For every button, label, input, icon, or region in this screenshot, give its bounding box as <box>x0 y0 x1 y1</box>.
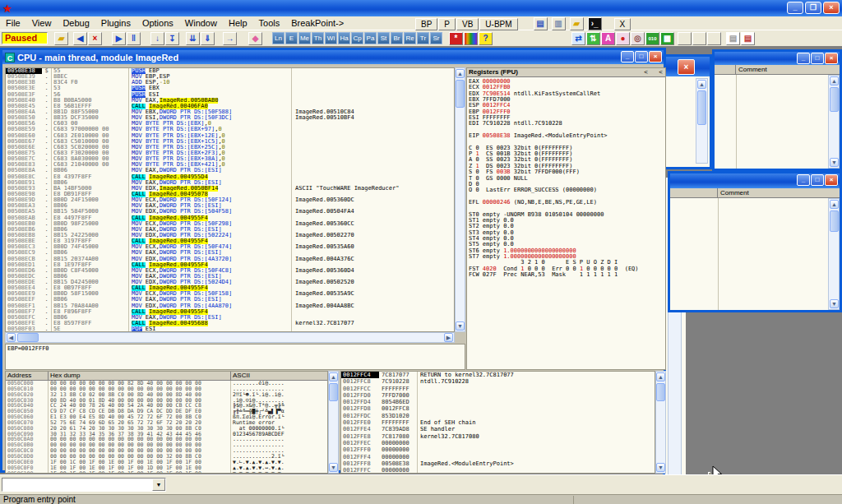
dump-pane[interactable]: Address Hex dump ASCII 0050C00000 00 00 … <box>5 371 328 474</box>
menu-item-window[interactable]: Window <box>179 17 223 29</box>
go-to-address-icon[interactable]: ◆ <box>248 32 262 45</box>
stack-row[interactable]: 0012FFDC853D1020 <box>341 413 655 419</box>
stack-row[interactable]: 0012FFD48054B6ED <box>341 399 655 405</box>
appearance-icon[interactable] <box>464 32 478 45</box>
menu-toolbar-close-button[interactable]: X <box>614 18 632 30</box>
disasm-row[interactable]: 00508EFE.E8 8597F8FFCALL ImageRed.004956… <box>6 321 454 326</box>
animate-into-icon[interactable]: ⇊ <box>186 32 200 45</box>
debug-options-icon[interactable]: * <box>449 32 463 45</box>
disasm-row[interactable]: 00508E98.E8 DB91F8FFCALL ImageRed.004950… <box>6 192 454 197</box>
assembler-icon[interactable]: A <box>601 32 615 45</box>
menu-toolbar-button-p[interactable]: P <box>438 18 456 30</box>
register-line[interactable]: FCW 027F Prec NEAR,53 Mask 1 1 1 1 1 1 <box>469 272 665 278</box>
disasm-row[interactable]: 00508E56.C603 00MOV BYTE PTR DS:[EBX],0 <box>6 121 454 127</box>
stack-row[interactable]: 0012FFD07FFD7000 <box>341 392 655 399</box>
disasm-row[interactable]: 00508EF1.8B15 70A84A00MOV EDX,DWORD PTR … <box>6 303 454 309</box>
scroll-down-icon[interactable]: ▼ <box>830 299 839 308</box>
disasm-row[interactable]: 00508E93.BA 14BF5000MOV EDX,ImageRed.005… <box>6 186 454 192</box>
disasm-row[interactable]: 00508EBE.E8 3197F8FFCALL ImageRed.004955… <box>6 238 454 244</box>
dump-row[interactable]: 0050C1001F 00 1F 00 1F 00 1F 00 1F 00 1F… <box>6 471 327 474</box>
disasm-row[interactable]: 00508E6E.C683 5C020000 00MOV BYTE PTR DS… <box>6 145 454 150</box>
background-window-top[interactable]: × ▲ <box>664 54 712 169</box>
stack-row[interactable]: 0012FFCCFFFFFFFF <box>341 386 655 392</box>
disasm-row[interactable]: 00508EE9.8B0D 58F15000MOV ECX,DWORD PTR … <box>6 291 454 297</box>
scroll-up-icon[interactable]: ▲ <box>656 372 665 381</box>
help-icon[interactable]: ? <box>479 32 493 45</box>
disassembly-pane[interactable]: 00508E38$55PUSH EBP00508E39.8BECMOV EBP,… <box>5 67 455 332</box>
stack-row[interactable]: 0012FFEC00000000 <box>341 440 655 446</box>
register-line[interactable]: T 0 GS 0000 NULL <box>469 176 665 182</box>
disasm-row[interactable]: 00508EFC.8B06MOV EAX,DWORD PTR DS:[ESI] <box>6 315 454 321</box>
scroll-thumb[interactable] <box>456 80 465 108</box>
disasm-row[interactable]: 00508EF7.E8 F896F8FFCALL ImageRed.004955… <box>6 309 454 315</box>
close-icon[interactable]: × <box>649 51 662 62</box>
disasm-row[interactable]: 00508EDC.8B06MOV EAX,DWORD PTR DS:[ESI] <box>6 274 454 280</box>
info-pane[interactable]: EBP=0012FFF0 <box>5 344 465 370</box>
command-combobox[interactable]: ▼ <box>2 478 166 492</box>
menu-item-tools[interactable]: Tools <box>253 17 286 29</box>
step-over-icon[interactable]: ↧ <box>165 32 179 45</box>
disasm-row[interactable]: 00508ECB.8B15 20374A00MOV EDX,DWORD PTR … <box>6 257 454 262</box>
comment-window-middle-scrollbar[interactable]: ▲ ▼ <box>828 198 840 310</box>
disasm-row[interactable]: 00508E3E.53PUSH EBX <box>6 86 454 91</box>
disasm-row[interactable]: 00508E45.E8 56B1EFFFCALL ImageRed.00406F… <box>6 104 454 109</box>
record-icon[interactable]: ● <box>616 32 630 45</box>
toolbar-pane-button-th[interactable]: Th <box>312 32 324 44</box>
toolbar-pane-button-me[interactable]: Me <box>298 32 311 44</box>
dump-row[interactable]: 0050C0D000 00 00 00 00 00 00 00 00 00 00… <box>6 454 327 460</box>
empty-slot[interactable] <box>692 32 706 45</box>
scroll-up-icon[interactable]: ▲ <box>830 200 839 209</box>
scroll-down-icon[interactable]: ▼ <box>329 463 338 472</box>
disasm-row[interactable]: 00508EC9.8B06MOV EAX,DWORD PTR DS:[ESI] <box>6 250 454 256</box>
stack-row[interactable]: 0012FFF400000000 <box>341 454 655 460</box>
toolbar-pane-button-pa[interactable]: Pa <box>364 32 377 44</box>
background-window-close-icon[interactable]: × <box>678 59 695 75</box>
stack-row[interactable]: 0012FFE47C839AD8SE handler <box>341 426 655 432</box>
toolbar-pane-button-st[interactable]: St <box>377 32 390 44</box>
disassembly-hscrollbar[interactable]: ◀ ▶ <box>5 332 455 343</box>
menu-item-plugins[interactable]: Plugins <box>95 17 136 29</box>
dump-row[interactable]: 0050C060E1 E3 00 E4 E5 8D 40 00 45 72 72… <box>6 414 327 420</box>
scroll-thumb[interactable] <box>656 383 665 401</box>
disasm-row[interactable]: 00508EB6.8B06MOV EAX,DWORD PTR DS:[ESI] <box>6 227 454 233</box>
registers-pane[interactable]: Registers (FPU)< < EAX 00000000ECX 0012F… <box>466 67 666 370</box>
stack-vscrollbar[interactable]: ▲ ▼ <box>655 371 666 474</box>
scroll-up-icon[interactable]: ▲ <box>697 80 706 89</box>
disasm-row[interactable]: 00508E60.C683 2E010000 00MOV BYTE PTR DS… <box>6 133 454 139</box>
cpu-window[interactable]: C CPU - main thread, module ImageRed _ □… <box>0 48 666 473</box>
scroll-down-icon[interactable]: ▼ <box>656 463 665 472</box>
register-line[interactable]: O 0 LastErr ERROR_SUCCESS (00000000) <box>469 187 665 193</box>
open-file-icon[interactable]: ▰ <box>54 32 68 45</box>
command-input[interactable] <box>2 479 152 491</box>
column-header-blank[interactable] <box>670 188 718 197</box>
disasm-row[interactable]: 00508EC3.8B0D 74F45000MOV ECX,DWORD PTR … <box>6 244 454 250</box>
disasm-row[interactable]: 00508E8C.E8 4397F8FFCALL ImageRed.004955… <box>6 174 454 180</box>
window-grid-icon[interactable]: ▦ <box>660 32 674 45</box>
pause-icon[interactable]: ‖ <box>127 32 141 45</box>
disasm-row[interactable]: 00508EEF.8B06MOV EAX,DWORD PTR DS:[ESI] <box>6 297 454 303</box>
toolbar-pane-button-e[interactable]: E <box>285 32 298 44</box>
scroll-right-icon[interactable]: ▶ <box>444 333 453 342</box>
toolbar-pane-button-cp[interactable]: Cp <box>351 32 363 44</box>
empty-slot[interactable] <box>707 32 721 45</box>
menu-toolbar-button-vb[interactable]: VB <box>456 18 479 30</box>
minimize-icon[interactable]: _ <box>797 174 810 186</box>
disasm-row[interactable]: 00508ED1.E8 1E97F8FFCALL ImageRed.004955… <box>6 262 454 268</box>
stack-row[interactable]: 0012FFF000000000 <box>341 446 655 453</box>
scroll-up-icon[interactable]: ▲ <box>329 372 338 381</box>
spiral-icon[interactable]: ◎ <box>631 32 645 45</box>
dump-row[interactable]: 0050C08020 20 61 74 20 30 30 30 30 30 30… <box>6 426 327 432</box>
disasm-row[interactable]: 00508E39.8BECMOV EBP,ESP <box>6 74 454 80</box>
comment-window-middle-titlebar[interactable]: _ □ × <box>670 173 840 188</box>
toolbar-pane-button-wi[interactable]: Wi <box>325 32 337 44</box>
disasm-row[interactable]: 00508EB8.8B15 24225000MOV EDX,DWORD PTR … <box>6 233 454 238</box>
scroll-thumb[interactable] <box>329 383 338 401</box>
close-program-icon[interactable]: × <box>88 32 102 45</box>
scroll-down-icon[interactable]: ▼ <box>830 158 839 167</box>
stack-row[interactable]: 0012FFE87C817080kernel32.7C817080 <box>341 433 655 440</box>
binary-icon[interactable]: 010 <box>645 32 659 45</box>
minimize-icon[interactable]: _ <box>621 51 634 62</box>
log-icon[interactable]: ▥ <box>552 17 566 30</box>
disasm-row[interactable]: 00508EA5.8B15 584F5000MOV EDX,DWORD PTR … <box>6 209 454 215</box>
scroll-thumb[interactable] <box>830 210 839 232</box>
